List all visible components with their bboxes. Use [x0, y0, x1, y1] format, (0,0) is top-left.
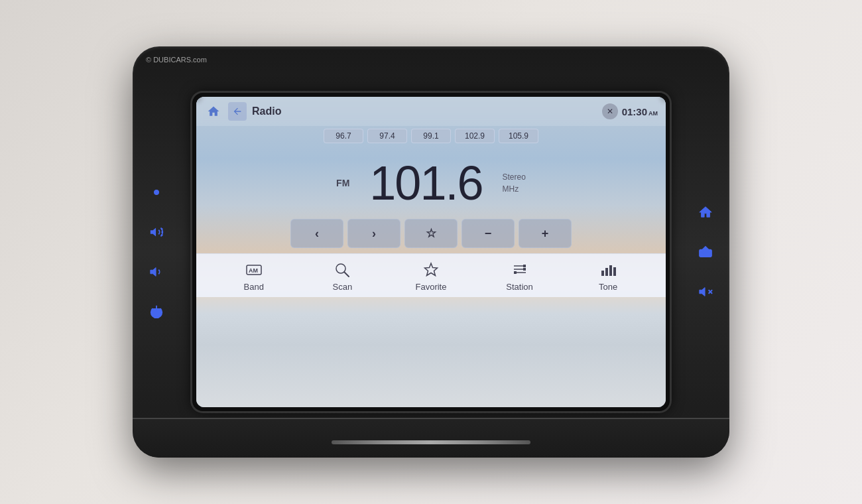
svg-rect-19	[605, 268, 608, 276]
frequency-number: 101.6	[369, 159, 482, 207]
seek-forward-button[interactable]: ›	[347, 219, 400, 248]
screen-title: Radio	[252, 105, 281, 117]
nav-tone[interactable]: Tone	[582, 261, 635, 292]
bottom-nav: AM Band Scan	[196, 253, 666, 297]
back-button[interactable]	[228, 102, 247, 121]
volume-up-button[interactable]	[146, 221, 167, 243]
radio-right-button[interactable]	[695, 241, 716, 263]
station-icon	[511, 261, 528, 279]
top-bar-right: ✕ 01:30AM	[602, 103, 658, 119]
frequency-display: FM 101.6 Stereo MHz	[196, 146, 666, 214]
radio-screen: Radio ✕ 01:30AM 96.7 97.4 99.1 102.9 105…	[196, 97, 666, 407]
favorite-label: Favorite	[416, 282, 447, 292]
preset-5[interactable]: 105.9	[499, 129, 538, 143]
presets-bar: 96.7 97.4 99.1 102.9 105.9	[196, 126, 666, 146]
band-label-nav: Band	[244, 282, 264, 292]
svg-rect-21	[613, 267, 616, 276]
band-label: FM	[336, 178, 349, 188]
svg-rect-15	[523, 265, 526, 267]
seek-back-button[interactable]: ‹	[290, 219, 343, 248]
svg-marker-11	[424, 263, 437, 276]
svg-line-4	[161, 235, 162, 236]
time-display: 01:30AM	[622, 106, 658, 117]
favorite-button[interactable]: ☆	[404, 219, 458, 248]
svg-point-23	[702, 252, 705, 255]
svg-rect-17	[514, 271, 517, 274]
close-button[interactable]: ✕	[602, 103, 618, 119]
svg-text:AM: AM	[249, 267, 258, 274]
left-side-controls	[146, 182, 167, 322]
volume-down-button[interactable]	[146, 261, 167, 283]
svg-line-2	[161, 229, 162, 230]
tone-label: Tone	[599, 282, 617, 292]
top-bar: Radio ✕ 01:30AM	[196, 97, 666, 126]
station-label: Station	[506, 282, 532, 292]
power-button[interactable]	[146, 301, 167, 322]
tone-icon	[599, 261, 617, 279]
preset-3[interactable]: 99.1	[411, 129, 451, 143]
scan-label: Scan	[333, 282, 353, 292]
svg-rect-20	[609, 265, 612, 276]
top-bar-left: Radio	[204, 102, 281, 121]
nav-band[interactable]: AM Band	[227, 261, 280, 292]
scan-icon	[334, 261, 351, 279]
home-button-screen[interactable]	[204, 102, 223, 121]
svg-point-0	[154, 190, 158, 194]
screen-bezel: Radio ✕ 01:30AM 96.7 97.4 99.1 102.9 105…	[192, 93, 670, 411]
mute-right-button[interactable]	[695, 281, 716, 302]
svg-marker-1	[151, 228, 156, 237]
right-side-controls	[695, 202, 716, 302]
svg-marker-5	[151, 268, 156, 277]
mhz-label: MHz	[503, 184, 519, 194]
controls-row: ‹ › ☆ − +	[196, 214, 666, 253]
chrome-accent	[332, 440, 530, 444]
bottom-bar	[133, 418, 729, 458]
preset-2[interactable]: 97.4	[367, 129, 407, 143]
nav-scan[interactable]: Scan	[316, 261, 369, 292]
svg-rect-18	[601, 271, 604, 276]
nav-station[interactable]: Station	[493, 261, 546, 292]
home-right-button[interactable]	[695, 202, 716, 223]
svg-line-10	[344, 272, 349, 277]
car-infotainment-unit: © DUBICARS.com	[133, 46, 729, 458]
dot-button[interactable]	[146, 182, 167, 203]
plus-button[interactable]: +	[519, 219, 572, 248]
preset-1[interactable]: 96.7	[324, 129, 363, 143]
band-icon: AM	[245, 261, 263, 279]
svg-marker-26	[700, 288, 705, 296]
frequency-info-right: Stereo MHz	[503, 172, 526, 194]
stereo-label: Stereo	[503, 172, 526, 182]
preset-4[interactable]: 102.9	[455, 129, 495, 143]
watermark: © DUBICARS.com	[146, 56, 207, 64]
favorite-icon	[422, 261, 440, 279]
svg-rect-16	[523, 268, 526, 271]
minus-button[interactable]: −	[462, 219, 515, 248]
nav-favorite[interactable]: Favorite	[404, 261, 458, 292]
svg-rect-22	[700, 249, 711, 257]
